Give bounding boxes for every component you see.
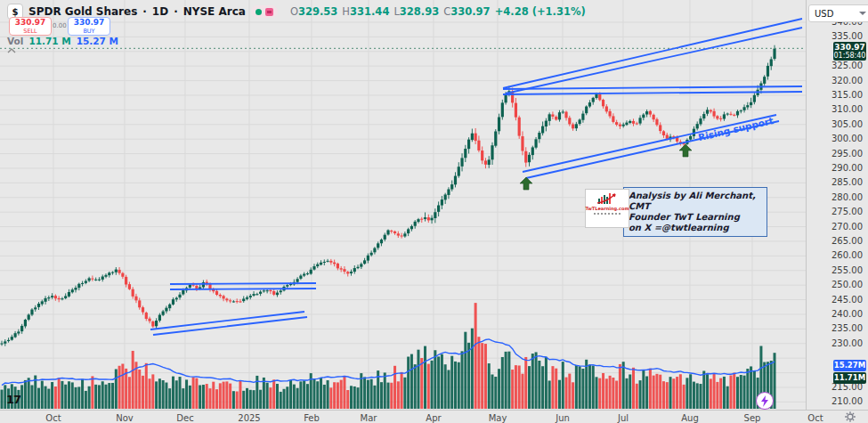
- price-axis-label: 275.00: [831, 207, 863, 216]
- open-label: O: [290, 5, 298, 18]
- bar-countdown: 01:58:40: [833, 52, 866, 60]
- market-open-dot-icon: [256, 9, 262, 15]
- last-price-value: 330.97: [833, 43, 866, 52]
- time-axis-label: Jun: [556, 413, 570, 423]
- trendline[interactable]: [170, 289, 316, 289]
- time-axis-label: Nov: [116, 413, 134, 423]
- price-axis-label: 335.00: [831, 31, 863, 41]
- price-axis-label: 315.00: [831, 90, 863, 100]
- price-axis-label: 240.00: [831, 309, 863, 319]
- price-axis-label: 325.00: [831, 61, 863, 70]
- price-axis-label: 265.00: [831, 236, 863, 246]
- time-axis-label: Dec: [176, 413, 193, 423]
- sell-button[interactable]: 330.97 SELL: [9, 17, 52, 36]
- symbol-title[interactable]: SPDR Gold Shares: [28, 5, 137, 18]
- price-axis-label: 260.00: [831, 250, 863, 260]
- up-arrow-marker[interactable]: [520, 177, 532, 190]
- trendline[interactable]: [170, 283, 316, 284]
- volume-bars: [1, 303, 776, 409]
- volume-current-value: 11.71 M: [28, 36, 70, 46]
- close-value: 330.97: [450, 5, 490, 18]
- time-axis-label: Mar: [361, 413, 377, 423]
- buy-label: BUY: [83, 28, 94, 35]
- high-value: 331.44: [350, 5, 389, 18]
- trendline[interactable]: [506, 28, 802, 94]
- price-axis-label: 235.00: [831, 323, 863, 333]
- logo-text: TwTLearning.com: [585, 206, 629, 211]
- volume-current-badge: 11.71M: [833, 372, 866, 384]
- price-axis-label: 285.00: [831, 177, 863, 187]
- currency-selector[interactable]: USD: [808, 4, 868, 22]
- price-axis-label: 290.00: [831, 163, 863, 173]
- price-axis-label: 255.00: [831, 265, 863, 275]
- price-axis-label: 320.00: [831, 76, 863, 85]
- ohlc-values: O329.53 H331.44 L328.93 C330.97 +4.28 (+…: [290, 5, 586, 18]
- price-axis-label: 300.00: [831, 134, 863, 143]
- volume-ma-line: [2, 339, 775, 386]
- analysis-line: on X =@twtlearning: [629, 223, 762, 233]
- price-axis-label: 310.00: [831, 104, 863, 114]
- analysis-line: Analysis by Ali Merchant, CMT: [629, 191, 762, 212]
- time-axis-label: Oct: [807, 413, 823, 423]
- time-axis-label: Sep: [744, 413, 761, 423]
- lightning-boost-button[interactable]: [756, 392, 774, 410]
- separator: ·: [142, 5, 147, 18]
- tradingview-logo[interactable]: 17: [6, 393, 20, 406]
- spread-value: 0.00: [53, 22, 67, 29]
- trendline[interactable]: [503, 19, 802, 88]
- currency-label: USD: [815, 9, 833, 19]
- price-axis-label: 245.00: [831, 295, 863, 305]
- lightning-icon: [760, 395, 769, 407]
- price-axis-label: 280.00: [831, 192, 863, 202]
- price-axis-label: 270.00: [831, 222, 863, 232]
- interval-label[interactable]: 1D: [152, 5, 168, 18]
- volume-legend[interactable]: Vol 11.71 M 15.27 M: [7, 36, 118, 46]
- gear-icon[interactable]: [844, 411, 856, 423]
- price-axis-label: 230.00: [831, 338, 863, 348]
- separator: ·: [174, 5, 178, 18]
- logo-chart-icon: [596, 191, 619, 205]
- time-axis-label: May: [489, 413, 507, 423]
- buy-price: 330.97: [74, 19, 105, 27]
- market-status-capsule[interactable]: [251, 5, 278, 18]
- analysis-text-box[interactable]: Analysis by Ali Merchant, CMT Founder Tw…: [623, 187, 767, 237]
- time-axis-label: Jul: [618, 413, 629, 423]
- twt-learning-logo: TwTLearning.com: [585, 189, 629, 228]
- last-price-badge: 330.97 01:58:40: [833, 42, 866, 61]
- price-axis-label: 295.00: [831, 149, 863, 159]
- notification-icon: [265, 8, 273, 16]
- time-axis-label: Oct: [45, 413, 61, 423]
- volume-average-value: 15.27 M: [77, 36, 118, 46]
- price-axis-label: 210.00: [831, 396, 863, 406]
- volume-label: Vol: [7, 36, 23, 46]
- trading-chart-window: $ SPDR Gold Shares · 1D · NYSE Arca O329…: [0, 0, 868, 423]
- collapse-legend-icon[interactable]: [6, 47, 17, 54]
- trendline[interactable]: [503, 86, 802, 89]
- exchange-label: NYSE Arca: [183, 5, 246, 18]
- analysis-line: Founder TwT Learning: [629, 212, 762, 223]
- volume-average-badge: 15.27M: [833, 360, 866, 371]
- time-axis-label: Apr: [426, 413, 441, 423]
- price-axis-label: 305.00: [831, 119, 863, 129]
- buy-button[interactable]: 330.97 BUY: [68, 17, 110, 36]
- chevron-down-icon: [859, 12, 866, 15]
- price-axis-label: 250.00: [831, 280, 863, 289]
- time-axis-label: Feb: [304, 413, 320, 423]
- low-value: 328.93: [400, 5, 439, 18]
- time-axis[interactable]: OctNovDec2025FebMarAprMayJunJulAugSepOct: [0, 410, 868, 423]
- logo-tagline: [594, 213, 621, 215]
- time-axis-label: 2025: [238, 413, 260, 423]
- sell-label: SELL: [23, 28, 37, 35]
- open-value: 329.53: [298, 5, 337, 18]
- change-value: +4.28 (+1.31%): [495, 5, 586, 18]
- sell-price: 330.97: [15, 19, 46, 27]
- price-axis[interactable]: 340.00335.00325.00320.00315.00310.00305.…: [806, 0, 868, 410]
- high-label: H: [342, 5, 350, 18]
- time-axis-label: Aug: [681, 413, 699, 423]
